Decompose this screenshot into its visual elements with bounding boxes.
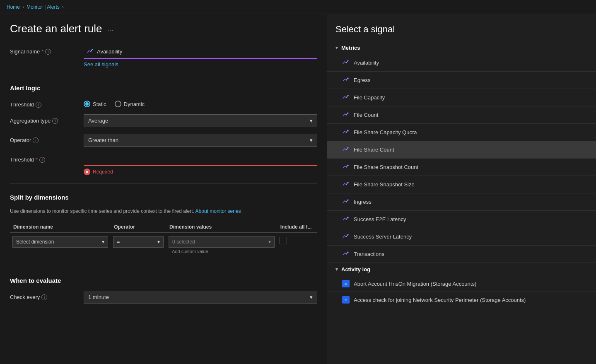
list-item[interactable]: ≡ Abort Account HnsOn Migration (Storage… <box>327 276 596 292</box>
list-item[interactable]: Success Server Latency <box>327 228 596 246</box>
dimension-name-select[interactable]: Select dimension ▾ <box>12 236 108 248</box>
include-all-checkbox[interactable] <box>280 237 287 244</box>
divider-1 <box>10 76 317 76</box>
signal-name-value: Availability <box>97 48 122 55</box>
dimension-name-placeholder: Select dimension <box>16 239 54 245</box>
check-every-chevron-icon: ▾ <box>310 294 313 300</box>
threshold-type-label: Threshold i <box>10 98 80 108</box>
aggregation-field: Average ▾ <box>84 114 317 127</box>
check-every-row: Check every i 1 minute ▾ <box>10 291 317 304</box>
dynamic-radio-label: Dynamic <box>124 101 145 107</box>
list-item[interactable]: Transactions <box>327 246 596 263</box>
when-to-evaluate-section: When to evaluate Check every i 1 minute … <box>10 277 317 304</box>
breadcrumb-chevron-1: › <box>22 4 24 10</box>
threshold-radio-group: Static Dynamic <box>84 98 317 107</box>
list-item[interactable]: File Share Count <box>327 141 596 159</box>
activity-log-group-header[interactable]: ▾ Activity log <box>327 263 596 276</box>
divider-2 <box>10 183 317 184</box>
dim-col-val-header: Dimension values <box>166 222 277 233</box>
threshold-error-text: Required <box>93 169 113 175</box>
aggregation-label: Aggregation type i <box>10 114 80 124</box>
signal-item-label: File Share Capacity Quota <box>354 129 417 135</box>
operator-label: Operator i <box>10 134 80 143</box>
threshold-error-message: ✕ Required <box>84 169 317 175</box>
signal-item-label: File Share Snapshot Size <box>354 181 415 188</box>
operator-info-icon[interactable]: i <box>33 137 39 143</box>
evaluate-title: When to evaluate <box>10 277 317 284</box>
list-item[interactable]: File Share Snapshot Size <box>327 176 596 193</box>
list-item[interactable]: File Count <box>327 106 596 124</box>
about-monitor-series-link[interactable]: About monitor series <box>195 208 241 214</box>
transactions-icon <box>342 250 350 258</box>
nav-home[interactable]: Home <box>7 4 20 10</box>
dimension-op-value: = <box>117 239 120 245</box>
threshold-type-row: Threshold i Static Dynamic <box>10 98 317 108</box>
list-item[interactable]: Ingress <box>327 193 596 211</box>
nav-monitor-alerts[interactable]: Monitor | Alerts <box>27 4 60 10</box>
signal-item-label: File Share Count <box>354 147 394 153</box>
signal-name-info-icon[interactable]: i <box>45 49 51 55</box>
threshold-value-required: * <box>36 157 38 163</box>
aggregation-row: Aggregation type i Average ▾ <box>10 114 317 127</box>
list-item[interactable]: File Share Snapshot Count <box>327 159 596 176</box>
threshold-value-info-icon[interactable]: i <box>39 157 45 163</box>
check-every-info-icon[interactable]: i <box>41 294 47 300</box>
split-by-dimensions-section: Split by dimensions Use dimensions to mo… <box>10 194 317 258</box>
check-every-select[interactable]: 1 minute ▾ <box>84 291 317 304</box>
signal-name-input[interactable]: Availability <box>84 45 317 59</box>
file-share-snapshot-size-icon <box>342 180 350 189</box>
signal-item-label: Ingress <box>354 199 372 205</box>
see-signals-link[interactable]: See all signals <box>84 61 317 67</box>
dimension-op-select[interactable]: = ▾ <box>113 236 164 248</box>
static-radio-button[interactable] <box>84 101 90 107</box>
signal-item-label: Success E2E Latency <box>354 216 406 222</box>
static-radio-option[interactable]: Static <box>84 101 106 107</box>
signal-item-label: Success Server Latency <box>354 234 412 240</box>
operator-chevron-icon: ▾ <box>310 137 313 143</box>
signal-name-row: Signal name * i Availability See all sig… <box>10 45 317 67</box>
list-item[interactable]: ≡ Access check for joining Network Secur… <box>327 292 596 308</box>
list-item[interactable]: Egress <box>327 72 596 89</box>
signal-item-label: Availability <box>354 60 379 66</box>
dim-col-inc-header: Include all f... <box>277 222 317 233</box>
dim-col-op-header: Operator <box>111 222 166 233</box>
signal-name-label: Signal name * i <box>10 45 80 55</box>
threshold-value-field: ✕ Required <box>84 153 317 175</box>
success-server-latency-icon <box>342 232 350 241</box>
activity-log-chevron-icon: ▾ <box>335 267 338 272</box>
dynamic-radio-option[interactable]: Dynamic <box>115 101 145 107</box>
dimension-values-select[interactable]: 0 selected ▾ <box>169 236 275 248</box>
static-radio-label: Static <box>93 101 106 107</box>
file-share-count-icon <box>342 145 350 154</box>
table-row: Select dimension ▾ = ▾ 0 <box>10 233 317 259</box>
dimension-values-placeholder: 0 selected <box>172 239 195 245</box>
list-item[interactable]: Success E2E Latency <box>327 211 596 228</box>
aggregation-info-icon[interactable]: i <box>52 118 58 124</box>
threshold-type-info-icon[interactable]: i <box>36 102 41 108</box>
abort-account-activity-icon: ≡ <box>342 280 350 287</box>
metrics-list: Availability Egress File Capacity File C… <box>327 54 596 263</box>
dynamic-radio-button[interactable] <box>115 101 121 107</box>
threshold-value-input[interactable] <box>84 153 317 166</box>
activity-log-list: ≡ Abort Account HnsOn Migration (Storage… <box>327 276 596 308</box>
list-item[interactable]: Availability <box>327 54 596 72</box>
add-custom-value-button[interactable]: Add custom value <box>169 248 275 255</box>
signal-chart-icon <box>87 48 94 55</box>
file-capacity-icon <box>342 93 350 102</box>
dimension-values-chevron-icon: ▾ <box>268 239 271 245</box>
metrics-group-label: Metrics <box>341 45 360 51</box>
metrics-group-header[interactable]: ▾ Metrics <box>327 41 596 54</box>
list-item[interactable]: File Capacity <box>327 89 596 106</box>
list-item[interactable]: File Share Capacity Quota <box>327 124 596 141</box>
file-share-snapshot-count-icon <box>342 163 350 171</box>
dim-col-name-header: Dimension name <box>10 222 111 233</box>
more-options-icon[interactable]: ... <box>107 24 113 33</box>
operator-select[interactable]: Greater than ▾ <box>84 134 317 147</box>
check-every-field: 1 minute ▾ <box>84 291 317 304</box>
metrics-chevron-icon: ▾ <box>335 45 338 51</box>
file-count-icon <box>342 111 350 119</box>
split-title: Split by dimensions <box>10 194 317 201</box>
operator-field: Greater than ▾ <box>84 134 317 147</box>
dimension-name-chevron-icon: ▾ <box>102 239 104 245</box>
aggregation-select[interactable]: Average ▾ <box>84 114 317 127</box>
